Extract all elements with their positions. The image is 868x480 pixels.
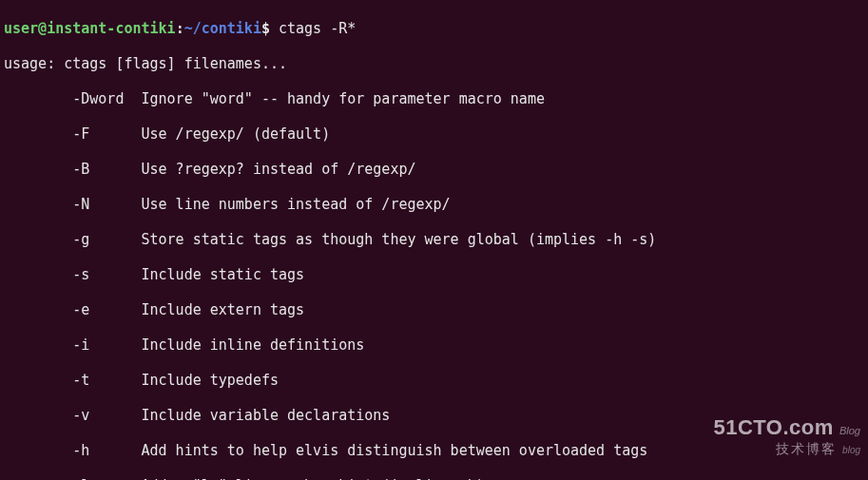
flag-line: -F Use /regexp/ (default) (4, 125, 864, 144)
flag-line: -g Store static tags as though they were… (4, 231, 864, 249)
colon: : (176, 20, 184, 37)
flag-line: -i Include inline definitions (4, 336, 864, 355)
cwd: ~/contiki (184, 20, 261, 37)
flag-line: -N Use line numbers instead of /regexp/ (4, 196, 864, 214)
flag-line: -h Add hints to help elvis distinguish b… (4, 442, 864, 460)
terminal-output[interactable]: user@instant-contiki:~/contiki$ ctags -R… (0, 0, 868, 480)
flag-line: -s Include static tags (4, 266, 864, 284)
usage-line: usage: ctags [flags] filenames... (4, 55, 864, 73)
flag-line: -l Add a "ln" line number hint (implies … (4, 477, 864, 481)
command-1: ctags -R* (279, 20, 356, 37)
user-host: user@instant-contiki (4, 20, 176, 37)
flag-line: -e Include extern tags (4, 301, 864, 319)
flag-line: -t Include typedefs (4, 372, 864, 390)
flag-line: -v Include variable declarations (4, 407, 864, 425)
flag-line: -Dword Ignore "word" -- handy for parame… (4, 90, 864, 108)
dollar: $ (261, 20, 279, 37)
flag-line: -B Use ?regexp? instead of /regexp/ (4, 161, 864, 179)
prompt-line-1: user@instant-contiki:~/contiki$ ctags -R… (4, 20, 864, 38)
